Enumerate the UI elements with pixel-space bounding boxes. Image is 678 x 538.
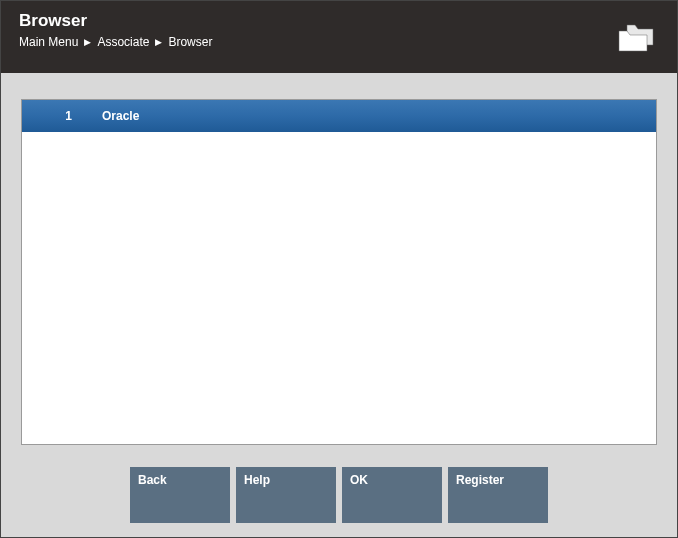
chevron-right-icon: ▶ (155, 37, 162, 47)
breadcrumb-item[interactable]: Main Menu (19, 35, 78, 49)
app-frame: Browser Main Menu ▶ Associate ▶ Browser … (0, 0, 678, 538)
header-left: Browser Main Menu ▶ Associate ▶ Browser (19, 11, 212, 49)
breadcrumb-item: Browser (168, 35, 212, 49)
back-button[interactable]: Back (130, 467, 230, 523)
row-label: Oracle (80, 109, 139, 123)
button-bar: Back Help OK Register (1, 457, 677, 537)
folders-icon[interactable] (615, 23, 657, 57)
list-body (22, 132, 656, 444)
register-button[interactable]: Register (448, 467, 548, 523)
page-title: Browser (19, 11, 212, 31)
ok-button[interactable]: OK (342, 467, 442, 523)
header: Browser Main Menu ▶ Associate ▶ Browser (1, 1, 677, 73)
list-panel: 1 Oracle (21, 99, 657, 445)
breadcrumb: Main Menu ▶ Associate ▶ Browser (19, 35, 212, 49)
help-button[interactable]: Help (236, 467, 336, 523)
chevron-right-icon: ▶ (84, 37, 91, 47)
breadcrumb-item[interactable]: Associate (97, 35, 149, 49)
content-area: 1 Oracle (1, 73, 677, 457)
list-row[interactable]: 1 Oracle (22, 100, 656, 132)
row-number: 1 (22, 109, 80, 123)
